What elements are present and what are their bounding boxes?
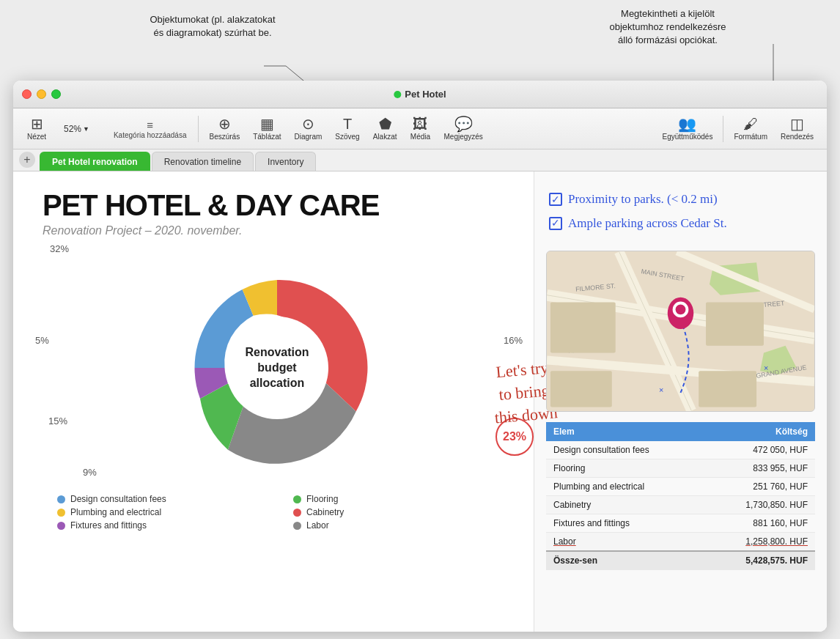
- table-cell-item: Plumbing and electrical: [546, 477, 705, 495]
- chart-button[interactable]: ⊙ Diagram: [289, 114, 328, 144]
- toolbar-left: ⊞ Nézet 52% ▼: [21, 114, 99, 144]
- table-cell-item: Cabinetry: [546, 495, 705, 514]
- toolbar-sep2: [723, 116, 723, 142]
- left-panel: PET HOTEL & DAY CARE Renovation Project …: [13, 171, 534, 632]
- page-title: PET HOTEL & DAY CARE: [43, 189, 512, 221]
- comment-button[interactable]: 💬 Megjegyzés: [438, 114, 488, 144]
- pct-label-16: 16%: [504, 335, 523, 346]
- fullscreen-button[interactable]: [51, 89, 61, 99]
- traffic-lights: [22, 89, 61, 99]
- zoom-value: 52% ▼: [60, 122, 93, 136]
- media-button[interactable]: 🖼 Média: [404, 114, 436, 144]
- svg-rect-19: [550, 302, 616, 352]
- table-row: Labor1,258,800. HUF: [546, 532, 815, 551]
- table-row: Design consultation fees472 050, HUF: [546, 441, 815, 459]
- table-cell-cost: 1,730,850. HUF: [705, 495, 815, 514]
- legend-item: Flooring: [293, 494, 512, 504]
- table-row: Flooring833 955, HUF: [546, 459, 815, 477]
- table-total-row: Össze-sen5,428,575. HUF: [546, 551, 815, 570]
- legend-item: Fixtures and fittings: [57, 520, 276, 531]
- format-button[interactable]: 🖌 Formátum: [728, 114, 773, 144]
- tab-pet-hotel-renovation[interactable]: Pet Hotel renovation: [40, 152, 150, 171]
- organize-icon: ◫: [790, 117, 804, 131]
- table-total-value: 5,428,575. HUF: [705, 551, 815, 570]
- legend-item: Labor: [293, 520, 512, 531]
- pct-label-32: 32%: [50, 243, 69, 254]
- view-icon: ⊞: [31, 117, 43, 131]
- toolbar-separator: [198, 116, 199, 142]
- toolbar: ⊞ Nézet 52% ▼ ≡ Kategória hozzáadása ⊕ B…: [13, 108, 827, 149]
- svg-text:×: ×: [659, 385, 663, 394]
- minimize-button[interactable]: [37, 89, 46, 99]
- table-icon: ▦: [260, 117, 274, 131]
- shape-button[interactable]: ⬟ Alakzat: [367, 114, 403, 144]
- table-header-item: Elem: [546, 422, 705, 441]
- table-total-label: Össze-sen: [546, 551, 705, 570]
- text-icon: T: [343, 117, 352, 131]
- organize-button[interactable]: ◫ Rendezés: [775, 114, 819, 144]
- view-button[interactable]: ⊞ Nézet: [21, 114, 53, 144]
- checkbox-1[interactable]: ✓: [549, 193, 562, 206]
- pct-label-9: 9%: [83, 467, 97, 478]
- collaborate-icon: 👥: [678, 117, 696, 131]
- table-cell-item: Flooring: [546, 459, 705, 477]
- checkmark-1-icon: ✓: [551, 191, 560, 209]
- table-cell-cost: 833 955, HUF: [705, 459, 815, 477]
- tab-inventory[interactable]: Inventory: [255, 152, 316, 171]
- svg-text:×: ×: [764, 363, 768, 372]
- category-add-button[interactable]: ≡ Kategória hozzáadása: [106, 116, 194, 142]
- chart-area: 32% 5% 15% 9% 16% 23%: [43, 245, 512, 617]
- legend-dot-icon: [57, 495, 65, 503]
- close-button[interactable]: [22, 89, 32, 99]
- table-cell-item: Fixtures and fittings: [546, 514, 705, 532]
- shape-icon: ⬟: [379, 117, 391, 131]
- check-item-1: ✓ Proximity to parks. (< 0.2 mi): [549, 189, 812, 210]
- map-container: FILMORE ST. MAIN STREET CEDAR STREET RAN…: [546, 251, 815, 412]
- chart-icon: ⊙: [302, 117, 314, 131]
- title-dot-icon: [394, 91, 401, 98]
- tabbar: + Pet Hotel renovation Renovation timeli…: [13, 149, 827, 171]
- table-button[interactable]: ▦ Táblázat: [247, 114, 287, 144]
- category-add-icon: ≡: [147, 119, 153, 131]
- handwritten-checks: ✓ Proximity to parks. (< 0.2 mi) ✓ Ample…: [546, 183, 815, 240]
- comment-icon: 💬: [454, 117, 473, 131]
- chart-center-label: Renovation budget allocation: [233, 345, 321, 391]
- toolbar-right: 👥 Együttműködés 🖌 Formátum ◫ Rendezés: [656, 114, 819, 144]
- checkbox-2[interactable]: ✓: [549, 217, 562, 230]
- legend-item: Plumbing and electrical: [57, 507, 276, 517]
- table-cell-item: Design consultation fees: [546, 441, 705, 459]
- tab-renovation-timeline[interactable]: Renovation timeline: [152, 152, 254, 171]
- insert-button[interactable]: ⊕ Beszúrás: [203, 114, 246, 144]
- collaborate-button[interactable]: 👥 Együttműködés: [656, 114, 718, 144]
- chart-legend: Design consultation feesFlooringPlumbing…: [43, 494, 512, 531]
- svg-rect-22: [699, 371, 756, 407]
- svg-rect-21: [550, 371, 612, 407]
- legend-dot-icon: [293, 509, 301, 517]
- legend-item: Design consultation fees: [57, 494, 276, 504]
- add-tab-button[interactable]: +: [19, 152, 35, 168]
- table-cell-cost: 881 160, HUF: [705, 514, 815, 532]
- text-button[interactable]: T Szöveg: [329, 114, 365, 144]
- zoom-button[interactable]: 52% ▼: [54, 119, 99, 138]
- table-cell-item: Labor: [546, 532, 705, 551]
- donut-chart: Renovation budget allocation: [160, 251, 394, 485]
- table-cell-cost: 472 050, HUF: [705, 441, 815, 459]
- table-header-cost: Költség: [705, 422, 815, 441]
- table-cell-cost: 1,258,800. HUF: [705, 532, 815, 551]
- checkmark-2-icon: ✓: [551, 215, 560, 232]
- table-row: Fixtures and fittings881 160, HUF: [546, 514, 815, 532]
- pct-label-5: 5%: [35, 335, 49, 346]
- table-row: Cabinetry1,730,850. HUF: [546, 495, 815, 514]
- legend-dot-icon: [57, 522, 65, 530]
- svg-rect-20: [706, 302, 764, 345]
- budget-table: Elem Költség Design consultation fees472…: [546, 422, 815, 570]
- legend-dot-icon: [293, 495, 301, 503]
- zoom-arrow-icon: ▼: [83, 125, 89, 133]
- callout-left: Objektumokat (pl. alakzatokat és diagram…: [132, 13, 293, 40]
- table-cell-cost: 251 760, HUF: [705, 477, 815, 495]
- callout-right: Megtekintheti a kijelölt objektumhoz ren…: [583, 7, 752, 48]
- content-area: PET HOTEL & DAY CARE Renovation Project …: [13, 171, 827, 632]
- right-panel: ✓ Proximity to parks. (< 0.2 mi) ✓ Ample…: [534, 171, 827, 632]
- media-icon: 🖼: [413, 117, 427, 131]
- page-subtitle: Renovation Project – 2020. november.: [43, 224, 512, 237]
